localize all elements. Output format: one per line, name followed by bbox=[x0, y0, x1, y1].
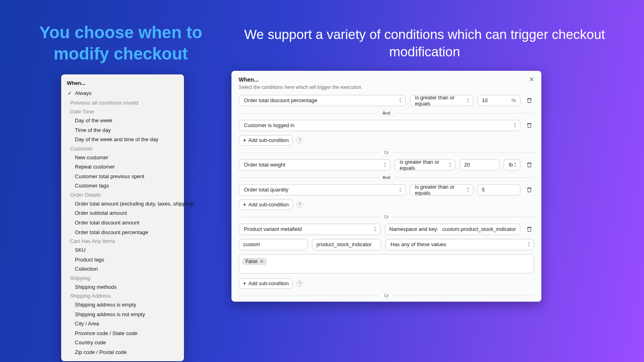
dropdown-item[interactable]: Day of the week bbox=[61, 116, 184, 125]
conditions-builder: When... Select the conditions here which… bbox=[231, 71, 541, 302]
operator-select[interactable]: is greater than or equals bbox=[410, 95, 473, 106]
condition-row: Order total weight is greater than or eq… bbox=[239, 159, 534, 171]
field-select[interactable]: Product variant metafield bbox=[239, 224, 381, 235]
field-select[interactable]: Order total discount percentage bbox=[239, 95, 406, 106]
dropdown-item[interactable]: Order total discount amount bbox=[61, 218, 184, 228]
delete-icon[interactable] bbox=[524, 185, 534, 195]
condition-row: Order total discount percentage is great… bbox=[239, 95, 534, 106]
dropdown-item[interactable]: Customer tags bbox=[61, 181, 184, 191]
metafield-detail-row: custom product_stock_indicator Has any o… bbox=[239, 239, 534, 250]
add-sub-condition-button[interactable]: +Add sub-condition bbox=[239, 200, 293, 210]
chevron-updown-icon bbox=[374, 227, 377, 231]
dropdown-item-previous-invalid: Previous all conditions invalid bbox=[61, 98, 184, 108]
dropdown-group-header: Date Time bbox=[61, 107, 184, 116]
dropdown-group-header: Customer bbox=[61, 144, 184, 153]
help-icon[interactable]: ? bbox=[296, 280, 303, 287]
and-divider: And bbox=[239, 110, 534, 116]
delete-icon[interactable] bbox=[524, 121, 534, 130]
dropdown-item[interactable]: Order total amount (excluding duty, taxe… bbox=[61, 199, 184, 209]
values-tagbox[interactable]: False✕ bbox=[239, 254, 534, 274]
dropdown-item[interactable]: Country code bbox=[61, 338, 184, 348]
help-icon[interactable]: ? bbox=[296, 137, 303, 144]
and-divider: And bbox=[239, 175, 534, 180]
dropdown-item[interactable]: Repeat customer bbox=[61, 162, 184, 172]
field-select[interactable]: Order total weight bbox=[239, 159, 390, 171]
add-sub-condition-button[interactable]: +Add sub-condition bbox=[239, 278, 293, 289]
chevron-updown-icon bbox=[398, 188, 402, 192]
value-input[interactable]: 10% bbox=[477, 95, 520, 106]
dropdown-item[interactable]: Province code / State code bbox=[61, 329, 184, 338]
dropdown-group-header: Cart Has Any Items bbox=[61, 237, 184, 245]
dropdown-item[interactable]: Collection bbox=[61, 264, 184, 274]
chevron-updown-icon bbox=[398, 99, 402, 103]
condition-row: Customer is logged in bbox=[239, 120, 534, 131]
chevron-updown-icon bbox=[513, 163, 517, 167]
dropdown-item[interactable]: SKU bbox=[61, 245, 184, 255]
chevron-updown-icon bbox=[383, 163, 387, 167]
dropdown-item[interactable]: Product tags bbox=[61, 255, 184, 265]
dropdown-group-header: Order Details bbox=[61, 191, 184, 199]
chevron-updown-icon bbox=[466, 188, 470, 192]
dropdown-item[interactable]: Order subtotal amount bbox=[61, 208, 184, 218]
chevron-updown-icon bbox=[466, 99, 470, 103]
dropdown-title: When... bbox=[61, 78, 184, 88]
left-headline: You choose when to modify checkout bbox=[16, 22, 225, 64]
value-suffix: % bbox=[509, 97, 516, 103]
dropdown-item[interactable]: Day of the week and time of the day bbox=[61, 135, 184, 144]
remove-tag-icon[interactable]: ✕ bbox=[260, 259, 264, 264]
value-input[interactable]: 5 bbox=[477, 184, 520, 195]
dropdown-item[interactable]: Shipping methods bbox=[61, 282, 184, 292]
or-divider: Or bbox=[239, 214, 534, 220]
value-tag: False✕ bbox=[242, 258, 267, 265]
field-select[interactable]: Customer is logged in bbox=[239, 120, 520, 131]
dropdown-item[interactable]: Shipping address is not empty bbox=[61, 310, 184, 319]
namespace-input[interactable]: custom bbox=[239, 239, 308, 250]
operator-select[interactable]: is greater than or equals bbox=[394, 159, 456, 171]
dropdown-item[interactable]: Shipping address is empty bbox=[61, 300, 184, 310]
dropdown-item[interactable]: Time of the day bbox=[61, 125, 184, 135]
operator-select[interactable]: is greater than or equals bbox=[410, 184, 473, 195]
or-divider: Or bbox=[239, 293, 534, 298]
dropdown-item[interactable]: Customer total previous spent bbox=[61, 172, 184, 181]
value-input[interactable]: 20 bbox=[460, 159, 500, 171]
dropdown-item[interactable]: Order total discount percentage bbox=[61, 228, 184, 237]
key-input[interactable]: product_stock_indicator bbox=[312, 239, 381, 250]
chevron-updown-icon bbox=[448, 163, 452, 167]
dropdown-item[interactable]: City / Area bbox=[61, 319, 184, 329]
delete-icon[interactable] bbox=[524, 160, 534, 170]
delete-icon[interactable] bbox=[524, 224, 534, 234]
builder-title: When... bbox=[239, 76, 361, 83]
or-divider: Or bbox=[239, 150, 534, 155]
chevron-updown-icon bbox=[513, 123, 517, 128]
operator-select[interactable]: Has any of these values bbox=[385, 239, 534, 250]
chevron-updown-icon bbox=[527, 243, 530, 247]
dropdown-item-always[interactable]: Always bbox=[61, 88, 184, 98]
when-dropdown: When... Always Previous all conditions i… bbox=[61, 74, 184, 361]
delete-icon[interactable] bbox=[524, 96, 534, 105]
metafield-namespace-display: Namespace and key: custom.product_stock_… bbox=[385, 224, 520, 235]
add-sub-condition-button[interactable]: +Add sub-condition bbox=[239, 135, 293, 146]
help-icon[interactable]: ? bbox=[296, 202, 303, 208]
builder-subtitle: Select the conditions here which will tr… bbox=[239, 84, 361, 90]
condition-row: Order total quantity is greater than or … bbox=[239, 184, 534, 195]
field-select[interactable]: Order total quantity bbox=[239, 184, 406, 195]
dropdown-group-header: Shipping Address bbox=[61, 292, 184, 300]
dropdown-group-header: Shipping bbox=[61, 274, 184, 282]
dropdown-item[interactable]: Zip code / Postal code bbox=[61, 348, 184, 357]
close-icon[interactable]: ✕ bbox=[529, 76, 534, 95]
dropdown-item[interactable]: New customer bbox=[61, 153, 184, 162]
right-headline: We support a variety of conditions which… bbox=[242, 26, 608, 61]
condition-row: Product variant metafield Namespace and … bbox=[239, 224, 534, 235]
unit-select[interactable]: lb bbox=[504, 159, 520, 171]
